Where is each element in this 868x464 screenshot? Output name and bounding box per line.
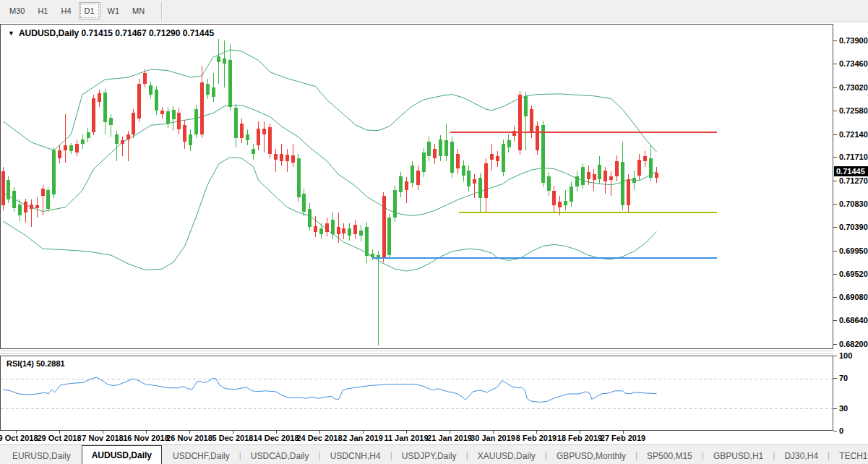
price-axis[interactable]: 0.739000.734600.730200.725800.721400.717…	[833, 24, 868, 444]
candle	[166, 108, 170, 128]
price-tick	[833, 64, 837, 64]
timeframe-button-w1[interactable]: W1	[102, 2, 126, 20]
price-tick-label: 0.69080	[839, 293, 868, 301]
symbol-dropdown-icon[interactable]: ▼	[8, 30, 14, 37]
chart-tab-eurusd-daily[interactable]: EURUSD,Daily	[3, 448, 80, 464]
candle	[200, 66, 204, 138]
price-tick	[833, 134, 837, 135]
date-tick-label: 26 Nov 2018	[166, 434, 212, 442]
candle	[109, 114, 113, 137]
candle	[467, 166, 470, 192]
rsi-tick-label: 100	[839, 351, 852, 360]
pane-splitter[interactable]	[0, 351, 833, 354]
candle	[246, 129, 249, 145]
date-axis[interactable]: 19 Oct 201829 Oct 20187 Nov 201816 Nov 2…	[0, 431, 833, 444]
price-tick	[833, 87, 837, 88]
candle	[552, 186, 556, 213]
candle	[268, 124, 272, 158]
price-tick	[833, 181, 837, 181]
chart-tab-sp500-m15[interactable]: SP500,M15	[637, 448, 702, 464]
candle	[24, 199, 27, 223]
date-tick-label: 27 Feb 2019	[601, 434, 645, 442]
candle	[69, 143, 73, 155]
rsi-tick	[833, 356, 837, 356]
candle	[297, 154, 301, 202]
timeframe-button-d1[interactable]: D1	[79, 2, 100, 20]
candle	[496, 151, 499, 167]
candle	[655, 167, 658, 183]
candle	[121, 137, 124, 156]
date-tick-label: 8 Feb 2019	[516, 434, 557, 442]
candle	[212, 73, 215, 102]
price-tick-label: 0.70390	[839, 223, 868, 231]
candle	[399, 172, 403, 197]
rsi-tick-label: 30	[839, 404, 848, 413]
candle	[75, 140, 79, 156]
candle	[405, 177, 408, 203]
rsi-tick-label: 0	[839, 426, 843, 435]
date-tick-label: 5 Dec 2018	[212, 434, 254, 442]
chart-tab-usdjpy-daily[interactable]: USDJPY,Daily	[392, 448, 466, 464]
candle	[433, 144, 437, 164]
price-tick	[833, 40, 837, 41]
chart-tab-usdchf-daily[interactable]: USDCHF,Daily	[163, 448, 239, 464]
price-tick	[833, 251, 837, 252]
timeframe-button-m30[interactable]: M30	[4, 2, 30, 20]
chart-tab-usdcnh-h4[interactable]: USDCNH,H4	[321, 448, 390, 464]
price-tick-label: 0.72580	[839, 106, 868, 115]
candle	[564, 190, 567, 210]
candle	[240, 119, 244, 143]
candle	[411, 161, 414, 187]
chart-tab-bar: EURUSD,DailyAUDUSD,DailyUSDCHF,Daily|USD…	[0, 444, 868, 464]
bollinger-middle-band	[3, 105, 657, 215]
candle	[98, 90, 101, 107]
candle	[302, 189, 306, 216]
candle	[632, 171, 636, 190]
candle	[285, 149, 289, 172]
candle	[137, 79, 141, 122]
rsi-tick	[833, 431, 837, 431]
date-tick-label: 30 Jan 2019	[470, 434, 515, 442]
candle	[570, 181, 573, 207]
chart-tab-gbpusd-monthly[interactable]: GBPUSD,Monthly	[547, 448, 635, 464]
candle	[280, 144, 283, 166]
candle	[637, 154, 641, 180]
price-chart-pane[interactable]: ▼ AUDUSD,Daily 0.71415 0.71467 0.71290 0…	[0, 24, 833, 349]
price-tick	[833, 204, 837, 205]
candle	[35, 197, 39, 218]
date-tick-label: 16 Nov 2018	[123, 434, 169, 442]
rsi-pane[interactable]: RSI(14) 50.2881	[0, 356, 833, 431]
candle	[393, 186, 397, 222]
candlestick-plot	[1, 25, 833, 348]
chart-tab-usdcad-daily[interactable]: USDCAD,Daily	[241, 448, 319, 464]
candle	[359, 225, 363, 241]
candle	[524, 92, 528, 150]
candle	[518, 91, 522, 155]
timeframe-button-h4[interactable]: H4	[55, 2, 77, 20]
price-tick-label: 0.71270	[839, 176, 868, 185]
chart-tab-dj30-h4[interactable]: DJ30,H4	[775, 448, 828, 464]
price-tick-label: 0.73460	[839, 59, 868, 68]
candle	[52, 147, 56, 198]
candle	[581, 163, 585, 189]
candle	[149, 82, 152, 98]
candle	[507, 134, 511, 152]
candle	[132, 109, 135, 138]
price-tick-label: 0.71710	[839, 152, 868, 161]
chart-title: ▼ AUDUSD,Daily 0.71415 0.71467 0.71290 0…	[8, 28, 214, 38]
timeframe-button-mn[interactable]: MN	[126, 2, 150, 20]
chart-tab-gbpusd-h1[interactable]: GBPUSD,H1	[704, 448, 773, 464]
candle	[512, 126, 516, 142]
candle	[365, 222, 369, 264]
chart-tab-tech100-h1[interactable]: TECH100,H1	[830, 448, 868, 464]
timeframe-button-h1[interactable]: H1	[32, 2, 53, 20]
candle	[46, 187, 50, 212]
candle	[627, 174, 630, 212]
chart-tab-audusd-daily[interactable]: AUDUSD,Daily	[82, 445, 162, 464]
candle	[547, 172, 551, 195]
chart-title-text: AUDUSD,Daily 0.71415 0.71467 0.71290 0.7…	[19, 28, 214, 38]
toolbar-separator	[161, 2, 163, 20]
chart-tab-xauusd-daily[interactable]: XAUUSD,Daily	[468, 448, 545, 464]
candle	[462, 160, 465, 181]
price-tick	[833, 344, 837, 345]
